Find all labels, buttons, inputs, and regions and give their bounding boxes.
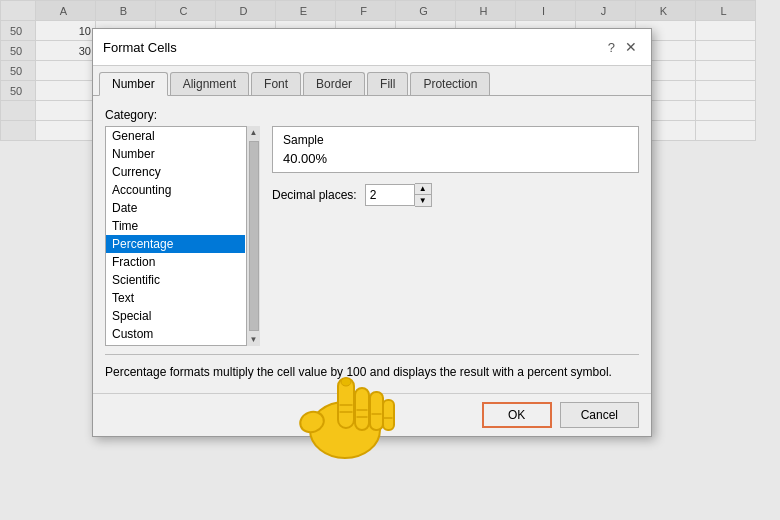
category-list-container: GeneralNumberCurrencyAccountingDateTimeP… [105,126,260,346]
sample-value: 40.00% [283,151,628,166]
category-label: Category: [105,108,639,122]
category-item-general[interactable]: General [106,127,245,145]
category-item-percentage[interactable]: Percentage [106,235,245,253]
category-item-fraction[interactable]: Fraction [106,253,245,271]
tab-fill[interactable]: Fill [367,72,408,95]
format-cells-dialog: Format Cells ? ✕ Number Alignment Font B… [92,28,652,437]
tab-border[interactable]: Border [303,72,365,95]
ok-button[interactable]: OK [482,402,552,428]
category-item-text[interactable]: Text [106,289,245,307]
decimal-input-wrap: ▲ ▼ [365,183,432,207]
main-row: GeneralNumberCurrencyAccountingDateTimeP… [105,126,639,346]
right-panel: Sample 40.00% Decimal places: ▲ ▼ [272,126,639,346]
dialog-content: Category: GeneralNumberCurrencyAccountin… [93,96,651,393]
tab-font[interactable]: Font [251,72,301,95]
description-area: Percentage formats multiply the cell val… [105,354,639,381]
tab-protection[interactable]: Protection [410,72,490,95]
help-icon[interactable]: ? [608,40,615,55]
close-button[interactable]: ✕ [621,37,641,57]
dialog-overlay: Format Cells ? ✕ Number Alignment Font B… [0,0,780,520]
category-item-time[interactable]: Time [106,217,245,235]
dialog-titlebar: Format Cells ? ✕ [93,29,651,66]
description-text: Percentage formats multiply the cell val… [105,365,612,379]
decimal-places-input[interactable] [365,184,415,206]
category-item-scientific[interactable]: Scientific [106,271,245,289]
category-item-currency[interactable]: Currency [106,163,245,181]
dialog-tabs: Number Alignment Font Border Fill Protec… [93,66,651,96]
tab-alignment[interactable]: Alignment [170,72,249,95]
category-item-custom[interactable]: Custom [106,325,245,343]
category-item-number[interactable]: Number [106,145,245,163]
dialog-footer: OK Cancel [93,393,651,436]
sample-box: Sample 40.00% [272,126,639,173]
category-list[interactable]: GeneralNumberCurrencyAccountingDateTimeP… [105,126,260,346]
spinner-up-button[interactable]: ▲ [415,184,431,195]
cancel-button[interactable]: Cancel [560,402,639,428]
category-item-special[interactable]: Special [106,307,245,325]
category-item-accounting[interactable]: Accounting [106,181,245,199]
category-list-wrapper: GeneralNumberCurrencyAccountingDateTimeP… [105,126,260,346]
decimal-row: Decimal places: ▲ ▼ [272,183,639,207]
decimal-label: Decimal places: [272,188,357,202]
dialog-title: Format Cells [103,40,177,55]
spinner-buttons: ▲ ▼ [415,183,432,207]
dialog-controls: ? ✕ [608,37,641,57]
category-item-date[interactable]: Date [106,199,245,217]
tab-number[interactable]: Number [99,72,168,96]
spinner-down-button[interactable]: ▼ [415,195,431,206]
sample-label: Sample [283,133,628,147]
